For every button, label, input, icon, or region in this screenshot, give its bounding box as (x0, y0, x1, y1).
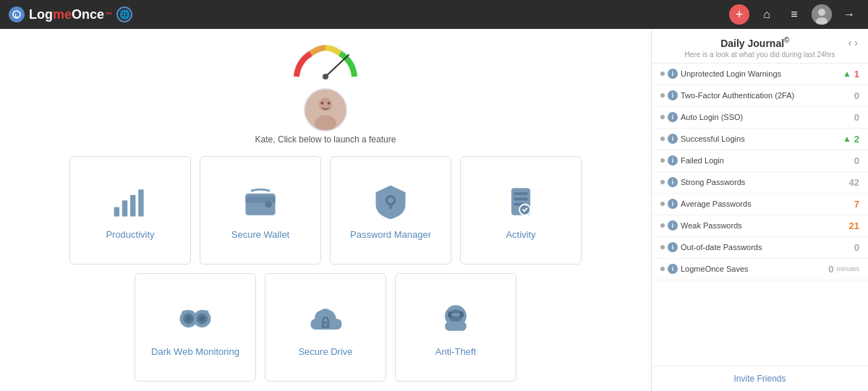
main-content: Kate, Click below to launch a feature Pr… (0, 29, 651, 391)
journal-item-label: Average Passwords (681, 199, 854, 208)
journal-item-label: Strong Passwords (681, 178, 849, 186)
svg-point-37 (324, 323, 327, 326)
user-profile-avatar (304, 88, 347, 132)
anti-theft-label: Anti-Theft (435, 346, 476, 357)
journal-items-list: iUnprotected Login Warnings▲1iTwo-Factor… (652, 64, 868, 366)
info-icon[interactable]: i (668, 112, 678, 122)
svg-point-20 (388, 197, 393, 202)
journal-item-toggle[interactable] (660, 202, 665, 206)
journal-item-count: 0 (854, 112, 859, 123)
info-icon[interactable]: i (668, 90, 678, 100)
globe-icon[interactable]: 🌐 (116, 7, 132, 22)
journal-item: iAverage Passwords7 (652, 194, 868, 215)
trend-arrow-icon: ▲ (843, 69, 851, 79)
svg-rect-40 (445, 321, 467, 330)
journal-item-count: 1 (854, 69, 859, 80)
add-button[interactable]: + (729, 4, 749, 25)
journal-item-toggle[interactable] (660, 115, 665, 119)
journal-item: iSuccessful Logins▲2 (652, 129, 868, 150)
journal-item-count: 7 (854, 199, 859, 210)
journal-item: iOut-of-date Passwords0 (652, 237, 868, 259)
journal-item-count: 0 (854, 242, 859, 253)
anti-theft-card[interactable]: Anti-Theft (395, 273, 516, 382)
svg-point-18 (265, 201, 272, 207)
svg-point-10 (320, 102, 323, 105)
secure-wallet-card[interactable]: Secure Wallet (200, 156, 321, 265)
activity-card[interactable]: Activity (460, 156, 582, 265)
journal-item-toggle[interactable] (660, 158, 665, 163)
journal-item-toggle[interactable] (660, 267, 665, 271)
journal-item-count: 2 (854, 134, 859, 145)
journal-item-label: Out-of-date Passwords (681, 243, 854, 252)
activity-label: Activity (506, 229, 535, 240)
logo-icon: L (9, 7, 25, 22)
journal-item-label: Failed Login (681, 156, 854, 165)
journal-item-toggle[interactable] (660, 72, 665, 76)
logo-text: LogmeOnce ™ (29, 7, 112, 22)
invite-friends-button[interactable]: Invite Friends (652, 366, 868, 391)
info-icon[interactable]: i (668, 199, 678, 209)
journal-header: Daily Journal© ‹ › Here is a look at wha… (652, 29, 868, 64)
activity-icon (501, 181, 541, 222)
journal-item: iTwo-Factor Authentication (2FA)0 (652, 85, 868, 107)
svg-point-6 (323, 74, 328, 80)
journal-item-label: Two-Factor Authentication (2FA) (681, 91, 854, 100)
journal-item: iUnprotected Login Warnings▲1 (652, 64, 868, 85)
journal-item-sublabel: minutes (836, 265, 859, 272)
journal-item: iWeak Passwords21 (652, 215, 868, 237)
svg-rect-21 (389, 203, 392, 208)
feature-row-1: Productivity Secure Wallet (51, 156, 600, 265)
journal-item-toggle[interactable] (660, 223, 665, 228)
productivity-card[interactable]: Productivity (69, 156, 191, 265)
info-icon[interactable]: i (668, 177, 678, 187)
journal-item-toggle[interactable] (660, 137, 665, 141)
info-icon[interactable]: i (668, 134, 678, 144)
journal-subtitle: Here is a look at what you did during la… (662, 51, 858, 59)
journal-item: iLogmeOnce Saves0minutes (652, 259, 868, 280)
daily-journal-panel: Daily Journal© ‹ › Here is a look at wha… (651, 29, 868, 391)
info-icon[interactable]: i (668, 264, 678, 274)
info-icon[interactable]: i (668, 69, 678, 79)
journal-item-label: LogmeOnce Saves (681, 265, 828, 273)
password-manager-card[interactable]: Password Manager (330, 156, 451, 265)
journal-item-toggle[interactable] (660, 180, 665, 184)
journal-item: iAuto Login (SSO)0 (652, 107, 868, 129)
journal-item-toggle[interactable] (660, 245, 665, 249)
menu-button[interactable]: ≡ (784, 4, 804, 25)
journal-next[interactable]: › (854, 37, 858, 48)
svg-rect-13 (122, 200, 127, 216)
info-icon[interactable]: i (668, 155, 678, 166)
journal-title-row: Daily Journal© ‹ › (662, 36, 858, 49)
svg-line-5 (326, 55, 349, 77)
user-avatar[interactable] (812, 4, 832, 25)
user-section: Kate, Click below to launch a feature (255, 40, 396, 145)
journal-item-label: Successful Logins (681, 134, 843, 143)
mask-icon (435, 298, 476, 339)
journal-item-count: 42 (849, 177, 859, 188)
svg-rect-23 (514, 192, 528, 194)
nav-actions: + ⌂ ≡ → (729, 4, 859, 25)
journal-item-toggle[interactable] (660, 93, 665, 98)
journal-item-label: Weak Passwords (681, 221, 849, 230)
home-button[interactable]: ⌂ (757, 4, 777, 25)
journal-navigation[interactable]: ‹ › (848, 37, 858, 48)
journal-prev[interactable]: ‹ (848, 37, 852, 48)
info-icon[interactable]: i (668, 242, 678, 252)
journal-title: Daily Journal© (720, 36, 789, 49)
svg-rect-14 (130, 194, 135, 216)
dark-web-card[interactable]: Dark Web Monitoring (135, 273, 256, 382)
svg-point-33 (200, 316, 205, 321)
wallet-icon (240, 181, 281, 222)
secure-drive-card[interactable]: Secure Drive (265, 273, 386, 382)
info-icon[interactable]: i (668, 220, 678, 231)
journal-item-count: 0 (854, 155, 859, 166)
top-navigation: L LogmeOnce ™ 🌐 + ⌂ ≡ → (0, 0, 868, 29)
signout-button[interactable]: → (839, 4, 859, 25)
svg-rect-43 (451, 313, 459, 316)
user-greeting: Kate, Click below to launch a feature (255, 134, 396, 145)
cloud-lock-icon (305, 298, 346, 339)
svg-rect-15 (138, 189, 143, 216)
feature-row-2: Dark Web Monitoring Secure Drive (51, 273, 600, 382)
feature-grid: Productivity Secure Wallet (51, 156, 600, 382)
trend-arrow-icon: ▲ (843, 134, 851, 144)
